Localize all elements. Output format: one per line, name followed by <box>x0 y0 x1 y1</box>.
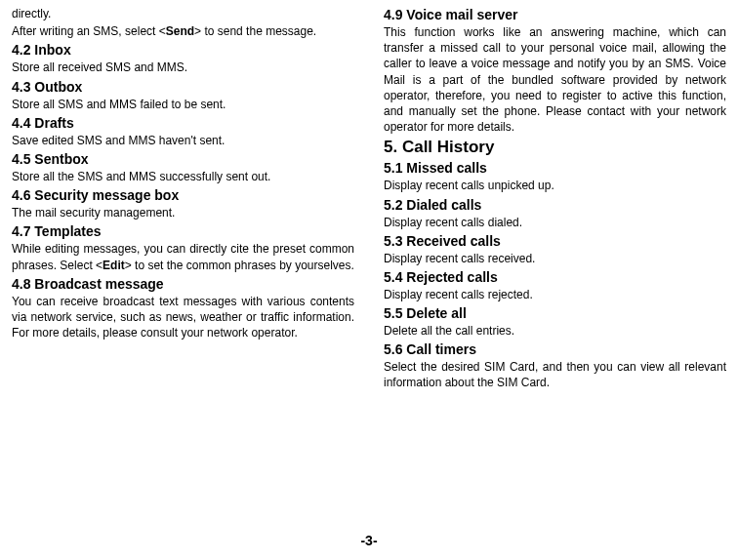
heading-5-1: 5.1 Missed calls <box>384 160 726 176</box>
text-4-3: Store all SMS and MMS failed to be sent. <box>12 97 354 112</box>
heading-5-6: 5.6 Call timers <box>384 341 726 357</box>
text-after-sms-pre: After writing an SMS, select < <box>12 24 166 38</box>
heading-4-6: 4.6 Security message box <box>12 187 354 203</box>
text-5-6: Select the desired SIM Card, and then yo… <box>384 359 726 390</box>
text-5-2: Display recent calls dialed. <box>384 215 726 230</box>
text-4-6: The mail security management. <box>12 205 354 220</box>
heading-4-5: 4.5 Sentbox <box>12 151 354 167</box>
text-5-4: Display recent calls rejected. <box>384 287 726 302</box>
text-4-2: Store all received SMS and MMS. <box>12 60 354 75</box>
heading-4-7: 4.7 Templates <box>12 223 354 239</box>
text-4-5: Store all the SMS and MMS successfully s… <box>12 169 354 184</box>
heading-4-2: 4.2 Inbox <box>12 42 354 58</box>
heading-4-4: 4.4 Drafts <box>12 115 354 131</box>
text-5-5: Delete all the call entries. <box>384 323 726 339</box>
text-4-8: You can receive broadcast text messages … <box>12 294 354 341</box>
text-directly: directly. <box>12 6 354 21</box>
text-after-sms-post: > to send the message. <box>194 24 316 38</box>
heading-4-8: 4.8 Broadcast message <box>12 276 354 292</box>
heading-5-5: 5.5 Delete all <box>384 305 726 321</box>
text-4-7-post: > to set the common phrases by yourselve… <box>125 259 354 272</box>
page-number: -3- <box>0 533 738 548</box>
right-column: 4.9 Voice mail server This function work… <box>384 4 726 527</box>
text-edit-bold: Edit <box>102 259 125 272</box>
text-after-sms: After writing an SMS, select <Send> to s… <box>12 23 354 39</box>
heading-4-9: 4.9 Voice mail server <box>384 7 726 22</box>
text-4-9: This function works like an answering ma… <box>384 24 726 135</box>
text-4-7: While editing messages, you can directly… <box>12 241 354 272</box>
text-5-1: Display recent calls unpicked up. <box>384 178 726 193</box>
heading-5: 5. Call History <box>384 138 726 157</box>
text-4-4: Save edited SMS and MMS haven't sent. <box>12 133 354 148</box>
heading-5-4: 5.4 Rejected calls <box>384 269 726 285</box>
heading-5-2: 5.2 Dialed calls <box>384 197 726 213</box>
heading-5-3: 5.3 Received calls <box>384 233 726 249</box>
page-columns: directly. After writing an SMS, select <… <box>0 0 738 527</box>
text-5-3: Display recent calls received. <box>384 251 726 266</box>
left-column: directly. After writing an SMS, select <… <box>12 4 354 527</box>
text-send-bold: Send <box>166 24 194 38</box>
heading-4-3: 4.3 Outbox <box>12 79 354 95</box>
